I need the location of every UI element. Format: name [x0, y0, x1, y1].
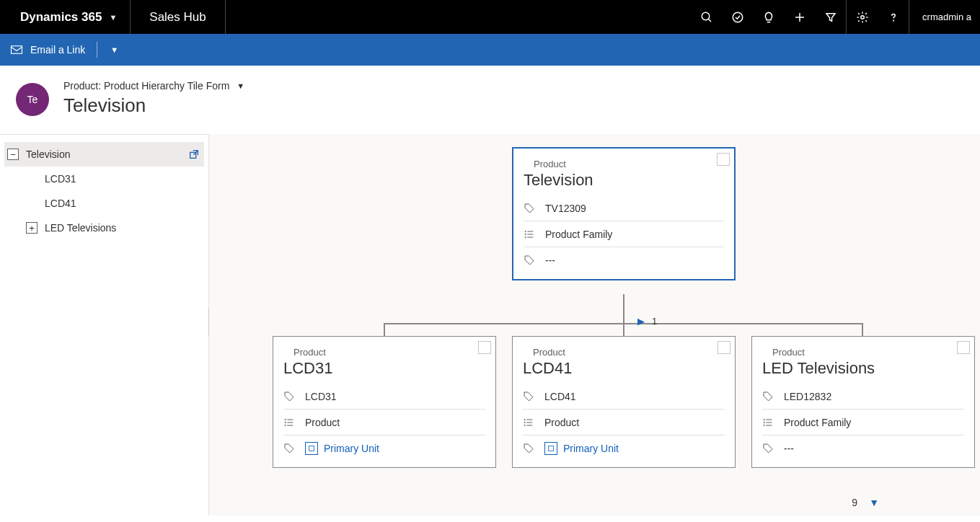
svg-point-33: [764, 422, 764, 423]
divider: [97, 42, 97, 58]
svg-point-0: [702, 12, 710, 20]
card-type-label: Product: [523, 347, 725, 358]
chevron-down-icon: ▼: [109, 13, 117, 22]
svg-point-2: [733, 12, 743, 22]
page-title: Television: [63, 94, 244, 117]
card-action-icon[interactable]: [717, 153, 730, 166]
svg-point-6: [893, 20, 893, 21]
hierarchy-canvas: ▶ 1 Product Television TV12309 Product F…: [209, 134, 980, 516]
card-field-structure: Product: [523, 410, 725, 435]
tree-item-lcd41[interactable]: LCD41: [4, 191, 204, 216]
card-type-label: Product: [283, 347, 485, 358]
filter-icon[interactable]: [815, 0, 846, 34]
svg-point-12: [525, 231, 526, 231]
task-icon[interactable]: [722, 0, 753, 34]
tag-icon: [523, 391, 534, 402]
lightbulb-icon[interactable]: [753, 0, 784, 34]
svg-rect-28: [549, 446, 554, 451]
tree-item-television[interactable]: − Television: [4, 142, 204, 167]
area-name[interactable]: Sales Hub: [131, 10, 224, 25]
page-header: Te Product: Product Hierarchy Tile Form …: [0, 66, 980, 134]
lookup-icon: [305, 442, 318, 455]
card-action-icon[interactable]: [718, 341, 730, 354]
card-type-label: Product: [762, 347, 964, 358]
tag-icon: [762, 391, 774, 402]
card-field-unit: Primary Unit: [283, 435, 485, 461]
card-field-id: LED12832: [762, 384, 964, 410]
help-icon[interactable]: [878, 0, 909, 34]
record-avatar: Te: [16, 83, 49, 116]
connector-line: [862, 323, 863, 337]
tree-item-led-televisions[interactable]: + LED Televisions: [4, 216, 204, 240]
svg-point-13: [525, 234, 526, 234]
svg-point-25: [524, 419, 525, 420]
triangle-down-icon: ▼: [869, 497, 879, 508]
pager-top[interactable]: ▶ 1: [637, 316, 657, 327]
collapse-icon[interactable]: −: [7, 149, 19, 160]
hierarchy-tree: − Television LCD31 LCD41 + LED Televisio…: [0, 134, 209, 516]
tag-icon: [524, 255, 535, 266]
divider: [225, 0, 226, 34]
tag-icon: [762, 443, 774, 454]
tag-icon: [283, 443, 295, 454]
app-switcher[interactable]: Dynamics 365 ▼: [0, 10, 130, 25]
unit-link[interactable]: Primary Unit: [305, 442, 379, 455]
card-action-icon[interactable]: [957, 341, 970, 354]
card-field-id: LCD31: [283, 384, 485, 410]
svg-point-26: [524, 422, 525, 423]
popout-icon[interactable]: [188, 149, 200, 160]
card-title: LCD31: [283, 359, 485, 378]
card-field-id: TV12309: [524, 195, 724, 221]
lookup-icon: [544, 442, 557, 455]
pager-bottom[interactable]: 9 ▼: [852, 497, 879, 508]
svg-point-27: [524, 425, 525, 425]
email-icon: [10, 45, 23, 55]
unit-link[interactable]: Primary Unit: [544, 442, 619, 455]
form-selector[interactable]: Product: Product Hierarchy Tile Form ▼: [63, 80, 244, 92]
svg-point-19: [285, 422, 286, 423]
gear-icon[interactable]: [847, 0, 878, 34]
card-title: LCD41: [523, 359, 725, 378]
svg-point-14: [525, 236, 526, 237]
card-type-label: Product: [524, 159, 724, 169]
tag-icon: [283, 391, 295, 402]
hierarchy-card[interactable]: Product LCD31 LCD31 Product Primary Unit: [273, 336, 496, 468]
svg-rect-21: [309, 446, 314, 451]
tag-icon: [523, 443, 534, 454]
user-menu[interactable]: crmadmin a: [909, 0, 980, 34]
card-field-id: LCD41: [523, 384, 725, 410]
card-title: Television: [524, 171, 724, 190]
card-field-unit: ---: [762, 435, 964, 461]
card-field-unit: Primary Unit: [523, 435, 725, 461]
card-field-unit: ---: [524, 247, 724, 273]
svg-point-34: [764, 425, 764, 425]
hierarchy-card[interactable]: Product LCD41 LCD41 Product Primary Unit: [512, 336, 736, 468]
svg-point-32: [764, 419, 764, 420]
hierarchy-card-root[interactable]: Product Television TV12309 Product Famil…: [512, 147, 736, 280]
svg-point-18: [285, 419, 286, 420]
list-icon: [762, 417, 774, 428]
email-link-button[interactable]: Email a Link: [10, 44, 85, 56]
card-action-icon[interactable]: [478, 341, 491, 354]
tree-item-lcd31[interactable]: LCD31: [4, 167, 204, 191]
card-title: LED Televisions: [762, 359, 964, 378]
search-icon[interactable]: [691, 0, 722, 34]
top-nav-bar: Dynamics 365 ▼ Sales Hub c: [0, 0, 980, 34]
card-field-structure: Product Family: [762, 410, 964, 435]
hierarchy-card[interactable]: Product LED Televisions LED12832 Product…: [751, 336, 975, 468]
plus-icon[interactable]: [784, 0, 815, 34]
chevron-down-icon[interactable]: ▼: [106, 45, 123, 54]
list-icon: [523, 417, 534, 428]
svg-line-1: [708, 19, 711, 22]
connector-line: [623, 294, 624, 323]
list-icon: [524, 229, 535, 240]
app-name: Dynamics 365: [20, 10, 102, 25]
svg-point-5: [860, 15, 864, 19]
triangle-right-icon: ▶: [637, 316, 645, 327]
expand-icon[interactable]: +: [26, 222, 37, 234]
tag-icon: [524, 203, 535, 214]
command-bar: Email a Link ▼: [0, 34, 980, 66]
connector-line: [384, 323, 385, 337]
svg-point-20: [285, 425, 286, 425]
svg-rect-7: [12, 46, 22, 54]
